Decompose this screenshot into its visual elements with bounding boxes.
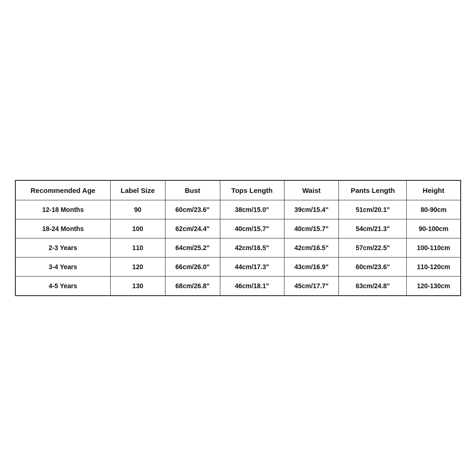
- cell-height: 90-100cm: [407, 219, 461, 238]
- table-row: 4-5 Years13068cm/26.8"46cm/18.1"45cm/17.…: [15, 277, 461, 296]
- col-header-waist: Waist: [284, 180, 339, 200]
- cell-tops_length: 40cm/15.7": [220, 219, 284, 238]
- table-row: 3-4 Years12066cm/26.0"44cm/17.3"43cm/16.…: [15, 258, 461, 277]
- cell-bust: 66cm/26.0": [165, 258, 220, 277]
- cell-age: 2-3 Years: [15, 238, 110, 258]
- col-header-age: Recommended Age: [15, 180, 110, 200]
- table-row: 2-3 Years11064cm/25.2"42cm/16.5"42cm/16.…: [15, 238, 461, 258]
- cell-pants_length: 63cm/24.8": [339, 277, 407, 296]
- cell-waist: 42cm/16.5": [284, 238, 339, 258]
- cell-label_size: 110: [110, 238, 165, 258]
- cell-bust: 62cm/24.4": [165, 219, 220, 238]
- cell-label_size: 100: [110, 219, 165, 238]
- cell-waist: 45cm/17.7": [284, 277, 339, 296]
- cell-age: 12-18 Months: [15, 200, 110, 219]
- cell-bust: 64cm/25.2": [165, 238, 220, 258]
- cell-bust: 68cm/26.8": [165, 277, 220, 296]
- size-chart-container: Recommended Age Label Size Bust Tops Len…: [15, 180, 461, 296]
- cell-tops_length: 46cm/18.1": [220, 277, 284, 296]
- cell-height: 80-90cm: [407, 200, 461, 219]
- col-header-bust: Bust: [165, 180, 220, 200]
- cell-age: 4-5 Years: [15, 277, 110, 296]
- cell-label_size: 130: [110, 277, 165, 296]
- cell-pants_length: 51cm/20.1": [339, 200, 407, 219]
- col-header-height: Height: [407, 180, 461, 200]
- cell-height: 100-110cm: [407, 238, 461, 258]
- col-header-pants-length: Pants Length: [339, 180, 407, 200]
- cell-tops_length: 38cm/15.0": [220, 200, 284, 219]
- cell-height: 110-120cm: [407, 258, 461, 277]
- col-header-label-size: Label Size: [110, 180, 165, 200]
- cell-label_size: 120: [110, 258, 165, 277]
- size-chart-table: Recommended Age Label Size Bust Tops Len…: [15, 180, 461, 296]
- cell-age: 18-24 Months: [15, 219, 110, 238]
- table-header-row: Recommended Age Label Size Bust Tops Len…: [15, 180, 461, 200]
- cell-pants_length: 57cm/22.5": [339, 238, 407, 258]
- cell-waist: 40cm/15.7": [284, 219, 339, 238]
- cell-tops_length: 42cm/16.5": [220, 238, 284, 258]
- cell-height: 120-130cm: [407, 277, 461, 296]
- col-header-tops-length: Tops Length: [220, 180, 284, 200]
- cell-bust: 60cm/23.6": [165, 200, 220, 219]
- cell-label_size: 90: [110, 200, 165, 219]
- cell-pants_length: 60cm/23.6": [339, 258, 407, 277]
- cell-waist: 39cm/15.4": [284, 200, 339, 219]
- table-row: 12-18 Months9060cm/23.6"38cm/15.0"39cm/1…: [15, 200, 461, 219]
- cell-waist: 43cm/16.9": [284, 258, 339, 277]
- cell-age: 3-4 Years: [15, 258, 110, 277]
- cell-tops_length: 44cm/17.3": [220, 258, 284, 277]
- table-row: 18-24 Months10062cm/24.4"40cm/15.7"40cm/…: [15, 219, 461, 238]
- cell-pants_length: 54cm/21.3": [339, 219, 407, 238]
